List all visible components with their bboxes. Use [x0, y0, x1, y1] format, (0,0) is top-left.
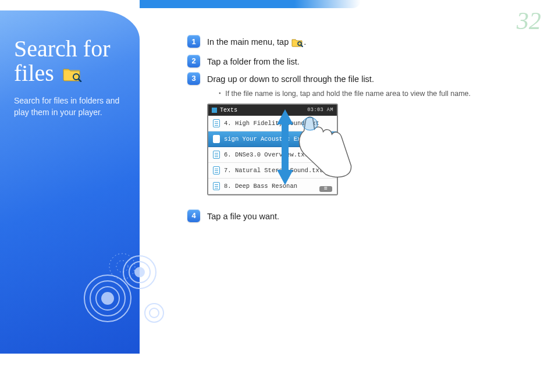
file-name: sign Your Acoustic Experience — [224, 136, 330, 142]
decorative-rings-icon — [76, 243, 175, 342]
step-1-pre: In the main menu, tap — [207, 37, 291, 47]
file-icon — [213, 166, 220, 174]
folder-search-icon — [62, 62, 82, 87]
file-icon — [213, 119, 220, 127]
svg-point-10 — [135, 268, 144, 277]
step-badge-1: 1 — [187, 35, 200, 48]
step-1-post: . — [304, 37, 306, 47]
file-row: 6. DNSe3.0 Overview.txt — [208, 147, 337, 163]
step-4: 4 Tap a file you want. — [187, 209, 531, 222]
file-row: 7. Natural Stereo Sound.txt — [208, 163, 337, 179]
step-1: 1 In the main menu, tap . — [187, 35, 531, 50]
step-3: 3 Drag up or down to scroll through the … — [187, 72, 531, 85]
file-name: 6. DNSe3.0 Overview.txt — [224, 151, 308, 158]
drag-handle-icon — [319, 186, 332, 192]
device-screenshot: Texts 03:03 AM 4. High Fidelity Sound.tx… — [207, 104, 338, 195]
step-badge-2: 2 — [187, 55, 200, 67]
file-icon — [213, 182, 220, 190]
svg-point-11 — [145, 304, 163, 322]
sidebar-subtitle: Search for files in folders and play the… — [14, 95, 126, 119]
step-badge-3: 3 — [187, 72, 200, 85]
device-header-title: Texts — [220, 107, 237, 113]
top-ribbon — [140, 0, 361, 8]
svg-point-12 — [150, 308, 159, 318]
page-number: 32 — [517, 7, 541, 35]
step-1-text: In the main menu, tap . — [207, 35, 306, 50]
page-title: Search for files — [14, 37, 126, 87]
file-name: 4. High Fidelity Sound.txt — [224, 120, 319, 127]
device-header-time: 03:03 AM — [307, 107, 333, 113]
step-3-text: Drag up or down to scroll through the fi… — [207, 72, 374, 85]
title-line-2: files — [14, 60, 54, 86]
step-2: 2 Tap a folder from the list. — [187, 55, 531, 67]
header-square-icon — [212, 108, 217, 113]
content: 1 In the main menu, tap . 2 Tap a folder… — [187, 35, 531, 227]
file-icon — [213, 151, 220, 159]
title-line-1: Search for — [14, 35, 110, 62]
svg-point-7 — [102, 293, 113, 304]
file-row-selected: sign Your Acoustic Experience — [208, 131, 337, 147]
file-name: 8. Deep Bass Resonan — [224, 183, 297, 190]
sidebar: Search for files Search for files in fol… — [0, 10, 140, 354]
device-header: Texts 03:03 AM — [208, 105, 337, 116]
step-2-text: Tap a folder from the list. — [207, 55, 300, 67]
step-3-note: If the file name is long, tap and hold t… — [219, 90, 531, 98]
file-row: 4. High Fidelity Sound.txt — [208, 116, 337, 131]
folder-search-small-icon — [291, 38, 303, 50]
file-row: 8. Deep Bass Resonan — [208, 179, 337, 194]
file-name: 7. Natural Stereo Sound.txt — [224, 167, 323, 174]
step-4-text: Tap a file you want. — [207, 209, 279, 222]
step-badge-4: 4 — [187, 209, 200, 222]
file-icon — [213, 135, 220, 143]
